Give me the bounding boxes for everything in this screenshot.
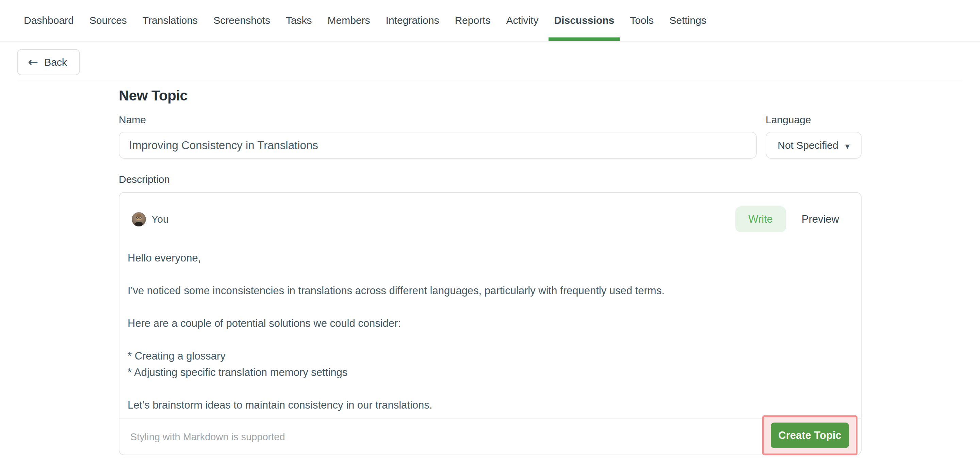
description-field-label: Description (119, 174, 862, 185)
left-arrow-icon: ← (28, 56, 38, 69)
create-topic-button[interactable]: Create Topic (771, 423, 849, 448)
editor-header: You Write Preview (119, 206, 861, 232)
description-line: Let’s brainstorm ideas to maintain consi… (127, 397, 849, 413)
nav-tab-sources[interactable]: Sources (84, 0, 132, 41)
new-topic-form: New Topic Name Language Not Specified ▾ … (119, 88, 862, 455)
nav-tab-screenshots[interactable]: Screenshots (208, 0, 275, 41)
avatar (132, 212, 146, 227)
header-divider (17, 80, 963, 80)
tab-write[interactable]: Write (735, 206, 786, 232)
description-line: I’ve noticed some inconsistencies in tra… (127, 283, 849, 299)
language-field-label: Language (765, 114, 862, 126)
back-button[interactable]: ← Back (17, 49, 80, 75)
author-name: You (151, 214, 169, 225)
description-line: Hello everyone, (127, 250, 849, 266)
back-button-label: Back (44, 56, 67, 68)
markdown-hint: Styling with Markdown is supported (119, 431, 285, 442)
description-line: * Adjusting specific translation memory … (127, 364, 849, 381)
page-title: New Topic (119, 88, 862, 104)
language-dropdown-value: Not Specified (778, 140, 838, 151)
nav-tab-tasks[interactable]: Tasks (280, 0, 318, 41)
nav-tab-reports[interactable]: Reports (449, 0, 496, 41)
top-navigation: Dashboard Sources Translations Screensho… (0, 0, 980, 42)
nav-tab-settings[interactable]: Settings (664, 0, 711, 41)
nav-tab-tools[interactable]: Tools (624, 0, 659, 41)
nav-tab-members[interactable]: Members (322, 0, 375, 41)
nav-tab-translations[interactable]: Translations (137, 0, 203, 41)
description-text-area[interactable]: Hello everyone, I’ve noticed some incons… (119, 232, 861, 418)
tab-preview[interactable]: Preview (802, 213, 839, 225)
name-field-label: Name (119, 114, 757, 126)
topic-name-input[interactable] (119, 132, 757, 159)
description-editor-card: You Write Preview Hello everyone, I’ve n… (119, 192, 862, 455)
caret-down-icon: ▾ (845, 142, 850, 150)
nav-tab-dashboard[interactable]: Dashboard (18, 0, 79, 41)
nav-tab-integrations[interactable]: Integrations (380, 0, 445, 41)
highlight-annotation: Create Topic (762, 415, 858, 455)
nav-tab-discussions[interactable]: Discussions (549, 0, 620, 41)
back-row: ← Back (17, 49, 963, 75)
description-line: Here are a couple of potential solutions… (127, 315, 849, 332)
language-dropdown[interactable]: Not Specified ▾ (765, 132, 862, 159)
nav-tab-activity[interactable]: Activity (501, 0, 544, 41)
description-line: * Creating a glossary (127, 348, 849, 364)
editor-footer: Styling with Markdown is supported Creat… (119, 418, 861, 455)
